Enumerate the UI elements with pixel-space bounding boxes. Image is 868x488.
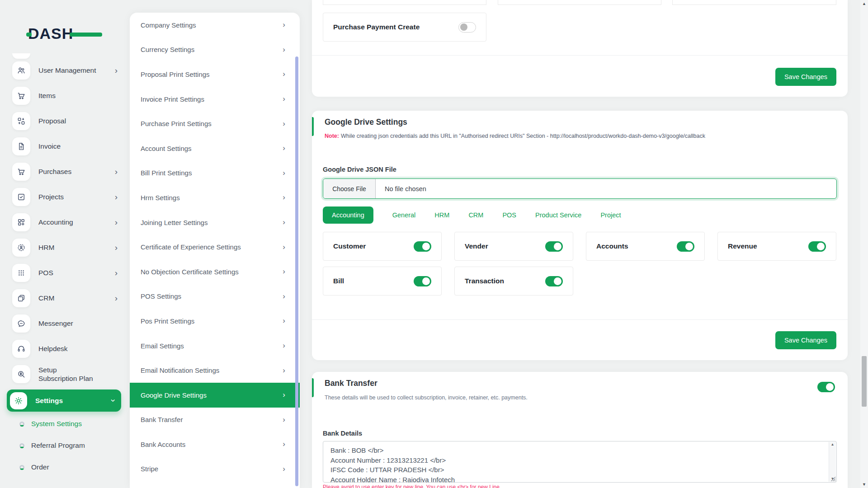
sidebar-item-label: POS	[38, 268, 53, 277]
scroll-up-icon[interactable]: ▲	[831, 443, 835, 446]
sidebar-item-user-management[interactable]: User Management ›	[7, 61, 121, 80]
toggle-label: Vender	[465, 242, 488, 250]
vender-toggle[interactable]	[545, 241, 563, 252]
search-dollar-icon	[12, 365, 30, 383]
settings-nav-certificate-experience[interactable]: Certificate of Experience Settings›	[130, 235, 300, 259]
bank-transfer-toggle[interactable]	[817, 382, 835, 392]
transaction-toggle[interactable]	[545, 276, 563, 286]
textarea-resize-grip[interactable]	[831, 477, 835, 481]
sidebar-item-setup-subscription-plan[interactable]: Setup Subscription Plan	[7, 364, 121, 384]
sidebar-nav: User Management › Items Proposal Invoice…	[7, 53, 121, 482]
page-scrollbar[interactable]: ▲ ▼	[860, 0, 868, 488]
settings-nav-google-drive[interactable]: Google Drive Settings›	[130, 383, 300, 408]
note-label: Note:	[325, 133, 339, 139]
grid-plus-icon	[12, 213, 30, 231]
person-circle-icon	[12, 239, 30, 257]
sidebar-item-hrm[interactable]: HRM ›	[7, 238, 121, 258]
google-drive-json-file-input[interactable]: Choose File No file chosen	[323, 178, 837, 199]
settings-nav-invoice-print[interactable]: Invoice Print Settings›	[130, 87, 300, 112]
settings-nav-label: Stripe	[141, 465, 158, 473]
settings-nav-stripe[interactable]: Stripe›	[130, 457, 300, 482]
overlap-squares-icon	[12, 289, 30, 307]
settings-panel-scrollbar[interactable]	[295, 56, 298, 486]
settings-nav-currency[interactable]: Currency Settings›	[130, 38, 300, 62]
settings-nav-label: Bank Transfer	[141, 416, 183, 423]
settings-nav-bank-accounts[interactable]: Bank Accounts›	[130, 432, 300, 457]
tab-hrm[interactable]: HRM	[434, 211, 449, 219]
sidebar-item-items[interactable]: Items	[7, 86, 121, 106]
tab-general[interactable]: General	[392, 211, 416, 219]
settings-nav-bill-print[interactable]: Bill Print Settings›	[130, 161, 300, 186]
sidebar-item-accounting[interactable]: Accounting ›	[7, 212, 121, 232]
chevron-right-icon: ›	[283, 144, 285, 153]
sidebar: DASH User Management › Items Proposal I	[0, 0, 128, 488]
json-file-label: Google Drive JSON File	[323, 166, 396, 173]
accounts-toggle[interactable]	[677, 241, 694, 252]
bank-details-textarea[interactable]: Bank : BOB </br> Account Number : 123132…	[323, 441, 837, 483]
chevron-right-icon: ›	[283, 366, 285, 375]
settings-nav-joining-letter[interactable]: Joining Letter Settings›	[130, 210, 300, 235]
submenu-item-system-settings[interactable]: System Settings	[19, 417, 121, 431]
chevron-down-icon: ›	[109, 399, 118, 402]
document-icon	[12, 137, 30, 155]
settings-nav-proposal-print[interactable]: Proposal Print Settings›	[130, 62, 300, 87]
sidebar-item-settings[interactable]: Settings ›	[7, 389, 121, 412]
sidebar-item-projects[interactable]: Projects ›	[7, 187, 121, 207]
settings-nav-label: Bank Accounts	[141, 441, 185, 448]
settings-nav-hrm[interactable]: Hrm Settings›	[130, 185, 300, 210]
sidebar-item-messenger[interactable]: Messenger	[7, 314, 121, 333]
sidebar-item-proposal[interactable]: Proposal	[7, 111, 121, 131]
sidebar-item-label: User Management	[38, 66, 96, 75]
newline-warning-text: Pleave avoid to use enter key for new li…	[323, 484, 501, 488]
settings-nav-bank-transfer[interactable]: Bank Transfer›	[130, 408, 300, 432]
bank-details-label: Bank Details	[323, 430, 362, 437]
settings-nav-paypal[interactable]: Paypal›	[130, 481, 300, 488]
bullet-ring-icon	[19, 443, 24, 448]
scroll-down-icon[interactable]: ▼	[860, 482, 868, 487]
tab-pos[interactable]: POS	[502, 211, 516, 219]
sidebar-item-pos[interactable]: POS ›	[7, 263, 121, 283]
revenue-toggle-box: Revenue	[717, 232, 836, 261]
scroll-up-icon[interactable]: ▲	[860, 1, 868, 6]
settings-nav-purchase-print[interactable]: Purchase Print Settings›	[130, 111, 300, 136]
settings-nav-pos[interactable]: POS Settings›	[130, 284, 300, 309]
revenue-toggle[interactable]	[808, 241, 826, 252]
chevron-right-icon: ›	[283, 465, 285, 474]
purchase-payment-create-toggle[interactable]	[458, 22, 476, 33]
tab-accounting[interactable]: Accounting	[323, 206, 373, 224]
save-changes-button[interactable]: Save Changes	[775, 68, 836, 86]
customer-toggle[interactable]	[414, 241, 431, 252]
bank-details-text: Bank : BOB </br> Account Number : 123132…	[323, 441, 836, 483]
bill-toggle[interactable]	[414, 276, 431, 286]
submenu-item-referral-program[interactable]: Referral Program	[19, 439, 121, 452]
sidebar-item-helpdesk[interactable]: Helpdesk	[7, 339, 121, 359]
settings-nav-account[interactable]: Account Settings›	[130, 136, 300, 161]
card-divider	[312, 319, 848, 320]
sidebar-item-label: HRM	[38, 243, 54, 252]
card-title: Google Drive Settings	[325, 117, 407, 127]
submenu-item-order[interactable]: Order	[19, 460, 121, 474]
settings-nav-email-notification[interactable]: Email Notification Settings›	[130, 358, 300, 383]
chevron-right-icon: ›	[283, 169, 285, 178]
settings-nav-email[interactable]: Email Settings›	[130, 333, 300, 358]
settings-nav-label: Email Settings	[141, 342, 184, 350]
sidebar-item-invoice[interactable]: Invoice	[7, 136, 121, 156]
sidebar-item-crm[interactable]: CRM ›	[7, 288, 121, 308]
accounts-toggle-box: Accounts	[586, 232, 705, 261]
logo-green-dot	[26, 33, 32, 37]
settings-nav-no-objection[interactable]: No Objection Certificate Settings›	[130, 259, 300, 284]
tab-project[interactable]: Project	[600, 211, 621, 219]
textarea-scrollbar[interactable]: ▲ ▼	[829, 442, 836, 482]
settings-nav-pos-print[interactable]: Pos Print Settings›	[130, 309, 300, 333]
settings-nav-company[interactable]: Company Settings›	[130, 13, 300, 38]
chevron-right-icon: ›	[283, 243, 285, 252]
tab-crm[interactable]: CRM	[468, 211, 483, 219]
dots-grid-icon	[12, 264, 30, 282]
bank-transfer-description: These details will be used to collect su…	[325, 394, 528, 401]
sidebar-item-purchases[interactable]: Purchases ›	[7, 162, 121, 182]
sidebar-item-label: Invoice	[38, 142, 61, 150]
choose-file-button[interactable]: Choose File	[323, 179, 376, 198]
page-scrollbar-thumb[interactable]	[862, 356, 867, 407]
tab-product-service[interactable]: Product Service	[535, 211, 581, 219]
save-changes-button[interactable]: Save Changes	[775, 331, 836, 349]
